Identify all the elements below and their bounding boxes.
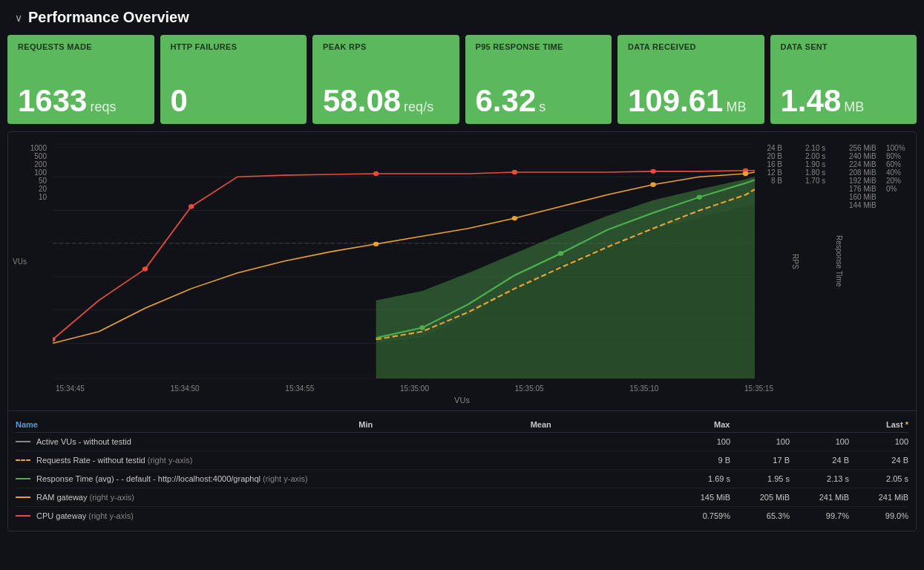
legend-row-active-vus: Active VUs - without testid 100 100 100 … [16,433,908,451]
metric-label-p95-response-time: P95 Response Time [476,42,602,51]
legend-row-response-time: Response Time (avg) - - default - http:/… [16,470,908,488]
cpu-indicator [16,515,30,517]
metric-value-requests-made: 1633 reqs [18,85,144,117]
metric-value-data-received: 109.61 MB [628,85,754,117]
svg-point-21 [743,171,748,176]
chart-area: VUs 1000 500 200 100 50 20 10 [8,132,916,384]
metric-value-p95-response-time: 6.32 s [476,85,602,117]
metric-label-data-received: Data Received [628,42,754,51]
svg-point-18 [373,242,379,246]
y-axis-mib: 256 MiB 240 MiB 224 MiB 208 MiB 192 MiB … [846,144,883,224]
legend-last-header: Last * [730,420,908,429]
app-container: ∨ Performance Overview Requests Made 163… [0,0,924,531]
metric-value-http-failures: 0 [171,85,297,117]
legend-mean-header: Mean [373,420,551,429]
metric-card-http-failures: HTTP Failures 0 [160,35,307,124]
chart-svg [53,144,755,379]
right-axes: 24 B 20 B 16 B 12 B 8 B RPS 2.10 s [755,144,910,379]
legend-header-row: Name Min Mean Max Last * [16,417,908,433]
metric-value-peak-rps: 58.08 req/s [323,85,449,117]
metric-label-data-sent: Data Sent [781,42,907,51]
legend-name-header: Name [16,420,194,429]
legend-table: Name Min Mean Max Last * Active VUs - wi… [8,410,916,531]
svg-point-16 [650,169,655,174]
ram-indicator [16,497,30,498]
y-axis-pct: 100% 80% 60% 40% 20% 0% [883,144,910,208]
metrics-row: Requests Made 1633 reqs HTTP Failures 0 … [0,35,924,131]
metric-card-requests-made: Requests Made 1633 reqs [7,35,154,124]
header: ∨ Performance Overview [0,0,924,35]
svg-point-19 [512,216,517,220]
metric-card-data-received: Data Received 109.61 MB [617,35,764,124]
svg-point-20 [650,183,655,187]
svg-point-13 [189,204,194,209]
x-axis-labels: 15:34:45 15:34:50 15:34:55 15:35:00 15:3… [53,384,776,393]
rps-axis-label: RPS [791,254,799,269]
legend-row-ram-gateway: RAM gateway (right y-axis) 145 MiB 205 M… [16,488,908,507]
svg-point-12 [142,266,148,271]
legend-min-header: Min [194,420,373,429]
metric-label-requests-made: Requests Made [18,42,144,51]
metric-label-peak-rps: Peak RPS [323,42,449,51]
y-axis-vus-label: VUs [13,258,27,266]
response-time-indicator [16,478,30,479]
legend-max-header: Max [551,420,730,429]
chart-plot [53,144,755,379]
y-axis-rps: 24 B 20 B 16 B 12 B 8 B [755,144,788,200]
metric-card-data-sent: Data Sent 1.48 MB [770,35,917,124]
metric-card-p95-response-time: P95 Response Time 6.32 s [465,35,612,124]
legend-row-cpu-gateway: CPU gateway (right y-axis) 0.759% 65.3% … [16,507,908,525]
svg-point-24 [697,194,702,199]
x-axis-title: VUs [8,396,916,410]
page-title: Performance Overview [28,9,189,26]
chart-container: VUs 1000 500 200 100 50 20 10 [7,131,917,531]
svg-point-22 [419,325,425,330]
metric-label-http-failures: HTTP Failures [171,42,297,51]
metric-value-data-sent: 1.48 MB [781,85,907,117]
legend-row-requests-rate: Requests Rate - without testid (right y-… [16,451,908,470]
svg-point-23 [558,251,563,255]
y-axis-response: 2.10 s 2.00 s 1.90 s 1.80 s 1.70 s [802,144,832,200]
collapse-icon[interactable]: ∨ [15,12,22,24]
y-axis-left: 1000 500 200 100 50 20 10 [14,144,53,216]
x-axis-row: 15:34:45 15:34:50 15:34:55 15:35:00 15:3… [8,384,916,396]
response-axis-label: Response Time [835,235,843,286]
vus-indicator [16,441,30,442]
metric-card-peak-rps: Peak RPS 58.08 req/s [312,35,459,124]
chart-section: VUs 1000 500 200 100 50 20 10 [0,131,924,531]
svg-point-14 [373,171,379,176]
svg-point-15 [512,170,517,174]
requests-rate-indicator [16,459,30,461]
